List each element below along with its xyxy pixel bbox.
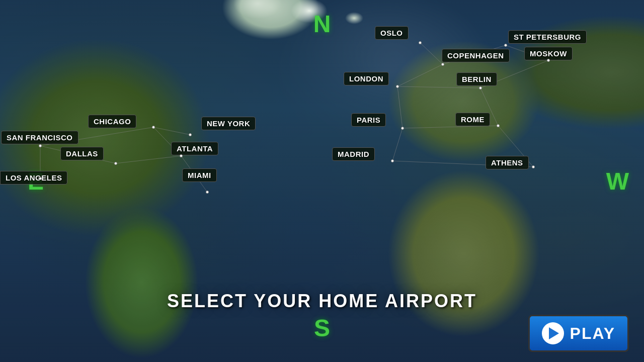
city-dot-chicago [152, 126, 155, 129]
city-label-berlin[interactable]: BERLIN [456, 72, 497, 86]
play-triangle [549, 327, 559, 339]
city-dot-dallas [114, 162, 117, 165]
city-label-athens[interactable]: ATHENS [486, 156, 529, 169]
city-label-dallas[interactable]: DALLAS [60, 147, 104, 160]
city-label-copenhagen[interactable]: COPENHAGEN [442, 49, 510, 62]
city-dot-oslo [419, 41, 422, 44]
city-label-london[interactable]: LONDON [344, 72, 389, 85]
play-button[interactable]: PLAY [528, 315, 629, 352]
city-label-miami[interactable]: MIAMI [182, 168, 217, 182]
city-label-madrid[interactable]: MADRID [332, 147, 375, 161]
city-dot-athens [532, 165, 535, 168]
city-label-rome[interactable]: ROME [455, 113, 490, 126]
city-dot-copenhagen [441, 63, 444, 66]
city-dot-london [396, 85, 399, 88]
select-airport-prompt: SELECT YOUR HOME AIRPORT [167, 291, 477, 312]
play-icon [542, 322, 564, 344]
city-dot-los-angeles [39, 177, 42, 180]
city-dot-paris [401, 127, 404, 130]
city-label-san-francisco[interactable]: SAN FRANCISCO [1, 131, 78, 144]
play-label: PLAY [570, 324, 615, 343]
city-label-los-angeles[interactable]: LOS ANGELES [0, 171, 67, 185]
city-dot-berlin [479, 86, 482, 89]
city-dot-atlanta [180, 154, 183, 157]
city-dot-miami [206, 191, 209, 194]
city-label-chicago[interactable]: CHICAGO [88, 115, 136, 128]
city-label-st-petersburg[interactable]: ST PETERSBURG [508, 30, 587, 44]
city-label-oslo[interactable]: OSLO [375, 26, 409, 40]
city-dot-madrid [391, 159, 394, 162]
compass-south: S [314, 314, 330, 342]
city-label-atlanta[interactable]: ATLANTA [171, 142, 218, 155]
city-dot-moscow [547, 59, 550, 62]
city-label-paris[interactable]: PARIS [351, 113, 386, 127]
city-dot-new-york [189, 133, 192, 136]
compass-west: W [606, 167, 629, 195]
city-dot-rome [497, 124, 500, 127]
city-label-new-york[interactable]: NEW YORK [201, 117, 256, 130]
city-dot-san-francisco [39, 144, 42, 147]
city-dot-st-petersburg [504, 44, 507, 47]
compass-north: N [313, 10, 331, 38]
city-label-moscow[interactable]: MOSKOW [524, 47, 573, 60]
